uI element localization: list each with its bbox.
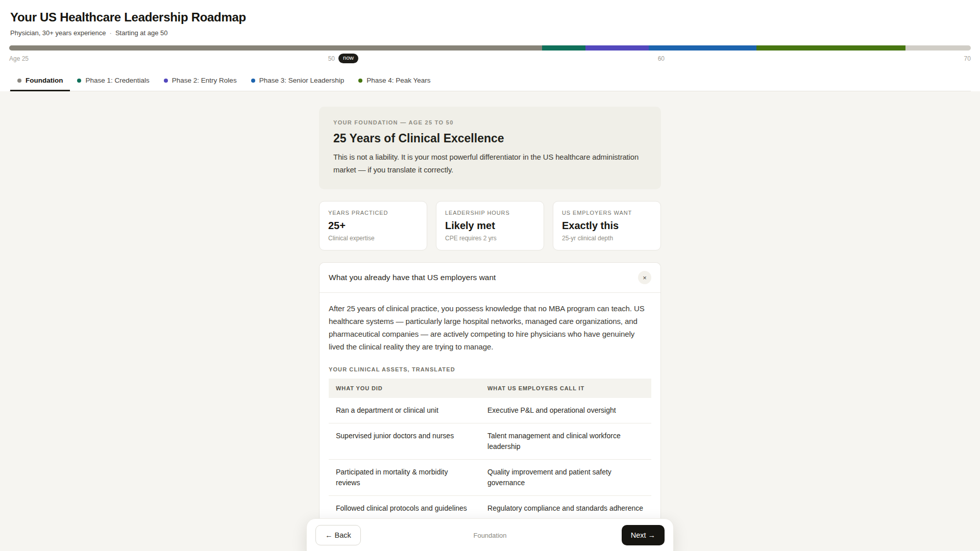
stats-row: YEARS PRACTICED 25+ Clinical expertise L… — [319, 201, 661, 251]
column-what-us-employers-call-it: WHAT US EMPLOYERS CALL IT — [480, 379, 651, 398]
timeline-segment-phase-4 — [756, 45, 905, 51]
timeline-segment-remaining — [905, 45, 971, 51]
tab-label: Phase 3: Senior Leadership — [259, 77, 345, 84]
subtitle-profile: Physician, 30+ years experience — [10, 29, 106, 37]
tab-phase-3-senior-leadership[interactable]: Phase 3: Senior Leadership — [244, 71, 352, 91]
table-row: Ran a department or clinical unit Execut… — [329, 398, 651, 423]
timeline-bar — [9, 45, 971, 51]
stat-card-us-employers-want: US EMPLOYERS WANT Exactly this 25-yr cli… — [553, 201, 661, 251]
main-content: YOUR FOUNDATION — AGE 25 TO 50 25 Years … — [0, 91, 980, 551]
tab-phase-4-peak-years[interactable]: Phase 4: Peak Years — [351, 71, 437, 91]
stat-label: YEARS PRACTICED — [328, 210, 418, 216]
stat-card-leadership-hours: LEADERSHIP HOURS Likely met CPE requires… — [436, 201, 544, 251]
current-step-label: Foundation — [473, 532, 506, 539]
employer-term-cell: Quality improvement and patient safety g… — [480, 460, 651, 496]
column-what-you-did: WHAT YOU DID — [329, 379, 480, 398]
next-button[interactable]: Next → — [622, 525, 665, 545]
employer-term-cell: Regulatory compliance and standards adhe… — [480, 496, 651, 521]
what-you-did-cell: Ran a department or clinical unit — [329, 398, 480, 423]
subtitle-start-age: Starting at age 50 — [115, 29, 168, 37]
timeline-labels: Age 25 50 now 60 70 — [9, 53, 971, 64]
panel-body: After 25 years of clinical practice, you… — [320, 293, 660, 551]
stat-value: Exactly this — [562, 220, 652, 232]
age-label-70: 70 — [964, 55, 971, 62]
foundation-title: 25 Years of Clinical Excellence — [333, 132, 647, 145]
employers-want-panel: What you already have that US employers … — [319, 262, 661, 551]
wizard-nav-bar: ← Back Foundation Next → — [306, 518, 674, 551]
table-row: Supervised junior doctors and nurses Tal… — [329, 423, 651, 460]
tab-label: Phase 2: Entry Roles — [172, 77, 237, 84]
foundation-eyebrow: YOUR FOUNDATION — AGE 25 TO 50 — [333, 119, 647, 126]
subtitle-separator: · — [110, 29, 112, 37]
panel-title: What you already have that US employers … — [329, 273, 496, 282]
stat-sub: CPE requires 2 yrs — [445, 235, 535, 242]
stat-label: US EMPLOYERS WANT — [562, 210, 652, 216]
stat-value: 25+ — [328, 220, 418, 232]
foundation-dot-icon — [17, 79, 21, 83]
age-label-50-group: 50 now — [328, 54, 358, 63]
stat-sub: Clinical expertise — [328, 235, 418, 242]
table-row: Followed clinical protocols and guidelin… — [329, 496, 651, 521]
what-you-did-cell: Followed clinical protocols and guidelin… — [329, 496, 480, 521]
page-title: Your US Healthcare Leadership Roadmap — [10, 10, 971, 24]
age-label-25: Age 25 — [9, 55, 29, 62]
age-label-50: 50 — [328, 55, 335, 62]
phase-2-dot-icon — [164, 79, 168, 83]
table-row: Participated in mortality & morbidity re… — [329, 460, 651, 496]
stat-value: Likely met — [445, 220, 535, 232]
phase-tab-bar: Foundation Phase 1: Credentials Phase 2:… — [9, 71, 971, 91]
timeline-segment-phase-3 — [649, 45, 756, 51]
foundation-description: This is not a liability. It is your most… — [333, 151, 647, 177]
foundation-summary-card: YOUR FOUNDATION — AGE 25 TO 50 25 Years … — [319, 107, 661, 189]
tab-phase-2-entry-roles[interactable]: Phase 2: Entry Roles — [157, 71, 244, 91]
timeline-segment-phase-2 — [585, 45, 649, 51]
stat-sub: 25-yr clinical depth — [562, 235, 652, 242]
phase-4-dot-icon — [358, 79, 362, 83]
timeline-segment-phase-1 — [542, 45, 585, 51]
phase-3-dot-icon — [251, 79, 255, 83]
employer-term-cell: Talent management and clinical workforce… — [480, 423, 651, 460]
stat-label: LEADERSHIP HOURS — [445, 210, 535, 216]
tab-label: Foundation — [26, 77, 63, 84]
clinical-assets-heading: YOUR CLINICAL ASSETS, TRANSLATED — [329, 366, 651, 372]
page-subtitle: Physician, 30+ years experience · Starti… — [10, 29, 971, 37]
age-label-60: 60 — [658, 55, 665, 62]
table-header-row: WHAT YOU DID WHAT US EMPLOYERS CALL IT — [329, 379, 651, 398]
panel-paragraph: After 25 years of clinical practice, you… — [329, 302, 651, 353]
stat-card-years-practiced: YEARS PRACTICED 25+ Clinical expertise — [319, 201, 427, 251]
phase-1-dot-icon — [77, 79, 81, 83]
tab-label: Phase 4: Peak Years — [366, 77, 430, 84]
timeline-segment-foundation — [9, 45, 542, 51]
what-you-did-cell: Supervised junior doctors and nurses — [329, 423, 480, 460]
what-you-did-cell: Participated in mortality & morbidity re… — [329, 460, 480, 496]
back-button[interactable]: ← Back — [315, 525, 361, 545]
now-badge: now — [338, 54, 358, 63]
tab-phase-1-credentials[interactable]: Phase 1: Credentials — [70, 71, 156, 91]
app-header: Your US Healthcare Leadership Roadmap Ph… — [0, 0, 980, 91]
age-timeline: Age 25 50 now 60 70 — [9, 45, 971, 64]
close-icon[interactable]: × — [638, 271, 651, 284]
panel-header[interactable]: What you already have that US employers … — [320, 263, 660, 292]
tab-foundation[interactable]: Foundation — [10, 71, 70, 91]
tab-label: Phase 1: Credentials — [85, 77, 149, 84]
employer-term-cell: Executive P&L and operational oversight — [480, 398, 651, 423]
